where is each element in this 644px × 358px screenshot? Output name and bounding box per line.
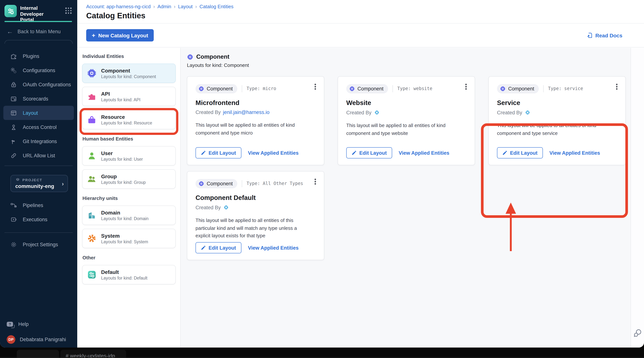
sidebar: Internal Developer Portal ← Back to Main…	[0, 0, 77, 347]
entity-item-resource[interactable]: Resource Layouts for kind: Resource	[82, 110, 176, 129]
sidebar-menu-3: Project Settings	[0, 237, 77, 252]
edit-layout-button[interactable]: Edit Layout	[196, 242, 241, 253]
component-chip-icon	[500, 86, 506, 92]
kind-badge: Component	[196, 179, 237, 188]
background-panel	[17, 350, 59, 358]
harness-user-icon	[524, 109, 530, 115]
section-title: Other	[82, 255, 176, 260]
component-chip-icon	[87, 68, 97, 78]
breadcrumb-separator: ›	[153, 4, 155, 9]
entity-item-system[interactable]: System Layouts for kind: System	[82, 229, 176, 248]
briefcase-icon	[87, 115, 97, 124]
section-title: Hierarchy units	[82, 196, 176, 201]
created-by: Created By	[346, 109, 466, 115]
scorecard-icon	[10, 95, 17, 102]
view-applied-entities-link[interactable]: View Applied Entities	[248, 150, 299, 156]
project-label: PROJECT	[22, 178, 42, 182]
harness-user-icon	[223, 205, 229, 210]
back-to-main-menu[interactable]: ← Back to Main Menu	[7, 28, 77, 35]
sidebar-item-git-integrations[interactable]: Git Integrations	[3, 134, 74, 148]
pencil-icon	[201, 245, 206, 250]
layouts-area: Component Layouts for kind: Component	[180, 48, 630, 347]
sidebar-item-plugins[interactable]: Plugins	[3, 49, 74, 63]
kebab-menu[interactable]	[312, 177, 319, 186]
kind-title: Component	[196, 53, 230, 60]
api-puzzle-icon	[87, 92, 97, 101]
entity-item-component[interactable]: Component Layouts for kind: Component	[82, 64, 176, 83]
view-applied-entities-link[interactable]: View Applied Entities	[550, 150, 600, 156]
chat-bubbles-icon[interactable]	[633, 328, 642, 339]
type-label: Type: website	[392, 85, 432, 92]
sidebar-header: Internal Developer Portal	[0, 0, 77, 21]
entity-item-default[interactable]: Default Layouts for kind: Default	[82, 265, 176, 284]
sidebar-item-url-allow-list[interactable]: URL Allow List	[3, 148, 74, 162]
breadcrumb-admin[interactable]: Admin	[158, 4, 171, 9]
default-layout-icon	[87, 270, 97, 280]
component-chip-icon	[198, 86, 204, 92]
kebab-menu[interactable]	[312, 83, 319, 91]
sidebar-divider-2	[4, 232, 73, 233]
app-window: Internal Developer Portal ← Back to Main…	[0, 0, 644, 347]
layout-card-microfrontend: Component Type: micro Microfrontend Crea…	[187, 76, 324, 165]
entity-item-user[interactable]: User Layouts for kind: User	[82, 146, 176, 165]
sidebar-item-executions[interactable]: Executions	[3, 212, 74, 227]
view-applied-entities-link[interactable]: View Applied Entities	[248, 245, 299, 251]
layout-title: Microfrontend	[196, 99, 316, 107]
read-docs-link[interactable]: Read Docs	[586, 32, 622, 39]
play-icon	[10, 216, 17, 223]
layers-icon	[15, 177, 20, 182]
breadcrumb-layout[interactable]: Layout	[178, 4, 193, 9]
component-chip-icon	[187, 54, 193, 60]
section-title: Individual Entities	[82, 53, 176, 59]
created-by-link[interactable]: jenil.jain@harness.io	[223, 109, 270, 115]
help-icon	[7, 322, 13, 327]
gear-icon	[10, 241, 17, 248]
component-chip-icon	[349, 86, 355, 92]
sidebar-item-project-settings[interactable]: Project Settings	[3, 237, 74, 252]
sidebar-item-pipelines[interactable]: Pipelines	[3, 198, 74, 212]
sidebar-item-oauth-configurations[interactable]: OAuth Configurations	[3, 77, 74, 92]
building-icon	[87, 210, 97, 220]
type-label: Type: service	[543, 85, 583, 92]
apps-grid-icon[interactable]	[65, 8, 73, 15]
edit-layout-button[interactable]: Edit Layout	[196, 147, 241, 158]
sidebar-bottom: Help DP Debabrata Panigrahi	[0, 321, 77, 344]
new-catalog-layout-button[interactable]: + New Catalog Layout	[86, 29, 154, 42]
app-title: Internal Developer Portal	[20, 5, 58, 23]
pencil-icon	[201, 150, 206, 155]
kebab-menu[interactable]	[614, 83, 620, 91]
edit-layout-button-service[interactable]: Edit Layout	[497, 147, 543, 158]
idp-logo-icon	[4, 5, 17, 17]
layout-description: This layout will be applied to all entit…	[346, 122, 466, 137]
entity-item-api[interactable]: API Layouts for kind: API	[82, 87, 176, 106]
type-label: Type: micro	[242, 85, 276, 92]
view-applied-entities-link[interactable]: View Applied Entities	[399, 150, 450, 156]
hairline	[0, 357, 644, 357]
kind-header: Component	[187, 53, 630, 60]
entity-item-domain[interactable]: Domain Layouts for kind: Domain	[82, 206, 176, 225]
sidebar-item-scorecards[interactable]: Scorecards	[3, 92, 74, 106]
sidebar-item-configurations[interactable]: Configurations	[3, 63, 74, 77]
kebab-menu[interactable]	[463, 83, 470, 91]
back-label: Back to Main Menu	[18, 29, 61, 34]
project-selector[interactable]: PROJECT community-eng ›	[10, 175, 68, 192]
layout-description: This layout will be applied to all entit…	[196, 217, 316, 240]
sidebar-item-access-control[interactable]: Access Control	[3, 120, 74, 134]
entity-item-group[interactable]: Group Layouts for kind: Group	[82, 169, 176, 189]
sidebar-section-divider	[4, 40, 73, 44]
sidebar-menu-2: Pipelines Executions	[0, 198, 77, 227]
component-chip-icon	[198, 181, 204, 187]
lock-icon	[10, 81, 17, 88]
kind-badge: Component	[196, 84, 237, 93]
user-menu[interactable]: DP Debabrata Panigrahi	[7, 335, 77, 344]
edit-layout-button[interactable]: Edit Layout	[346, 147, 392, 158]
sidebar-divider	[4, 165, 73, 166]
breadcrumb-catalog-entities[interactable]: Catalog Entities	[200, 4, 234, 9]
user-name: Debabrata Panigrahi	[20, 337, 66, 342]
cog-icon	[87, 234, 97, 243]
help-button[interactable]: Help	[7, 321, 77, 327]
sidebar-menu: Plugins Configurations	[0, 49, 77, 162]
sidebar-item-layout[interactable]: Layout	[3, 106, 74, 120]
breadcrumb-account[interactable]: Account: app-harness-ng-cicd	[86, 4, 150, 9]
pencil-icon	[502, 150, 508, 155]
